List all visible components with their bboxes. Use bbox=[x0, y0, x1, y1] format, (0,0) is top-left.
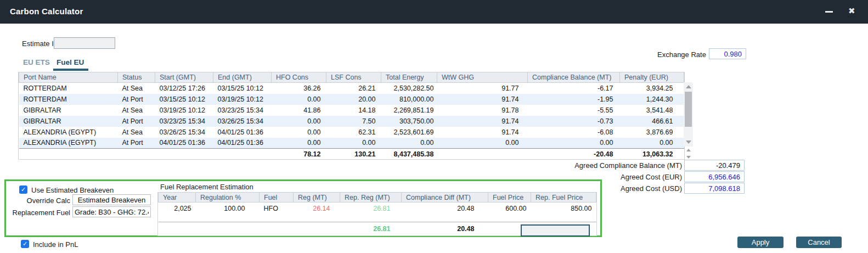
column-header[interactable]: Port Name bbox=[19, 72, 118, 83]
table-cell: 91.74 bbox=[437, 116, 528, 127]
voyage-row[interactable]: ROTTERDAMAt Sea03/12/25 17:2603/15/25 10… bbox=[19, 83, 684, 94]
table-cell: 20.00 bbox=[326, 94, 381, 105]
table-cell: 0.00 bbox=[272, 94, 326, 105]
scroll-down-icon[interactable] bbox=[684, 138, 693, 147]
table-cell: 03/19/25 10:12 bbox=[213, 94, 272, 105]
table-cell: 0.00 bbox=[437, 138, 528, 149]
table-cell: 600.00 bbox=[488, 203, 531, 215]
column-header[interactable]: Compliance Balance (MT) bbox=[528, 72, 620, 83]
table-cell: 04/01/25 01:36 bbox=[155, 138, 213, 149]
table-cell: 26.21 bbox=[326, 83, 381, 94]
voyage-row[interactable]: ALEXANDRIA (EGYPT)At Sea03/26/25 15:3404… bbox=[19, 127, 684, 138]
column-header[interactable]: HFO Cons bbox=[272, 72, 326, 83]
spinner-up-icon[interactable] bbox=[686, 149, 691, 151]
exchange-rate-label: Exchange Rate bbox=[657, 50, 706, 59]
table-cell: 03/15/25 10:12 bbox=[213, 83, 272, 94]
table-cell: 0.00 bbox=[528, 138, 620, 149]
override-calc-label: Override Calc bbox=[15, 196, 70, 205]
table-cell: 26.81 bbox=[340, 203, 402, 215]
totals-spinner[interactable] bbox=[684, 149, 692, 159]
table-cell bbox=[196, 222, 260, 235]
table-cell bbox=[19, 149, 118, 160]
column-header[interactable]: Start (GMT) bbox=[155, 72, 213, 83]
voyage-table: Port NameStatusStart (GMT)End (GMT)HFO C… bbox=[18, 72, 685, 160]
column-header[interactable]: Penalty (EUR) bbox=[620, 72, 684, 83]
voyage-row[interactable]: GIBRALTARAt Sea03/19/25 10:1203/23/25 15… bbox=[19, 105, 684, 116]
table-cell: HFO bbox=[260, 203, 294, 215]
close-icon[interactable]: ✖ bbox=[848, 6, 855, 16]
table-cell: -1.95 bbox=[528, 94, 620, 105]
voyage-totals[interactable]: 78.12130.218,437,485.38-20.4813,063.32 bbox=[19, 149, 684, 160]
column-header[interactable]: Compliance Diff (MT) bbox=[402, 193, 488, 203]
rep-fuel-price-total-cell[interactable] bbox=[521, 224, 590, 237]
table-cell: 0.00 bbox=[620, 138, 684, 149]
table-cell bbox=[294, 222, 340, 235]
table-scrollbar[interactable] bbox=[684, 82, 693, 147]
column-header[interactable]: Reg (MT) bbox=[294, 193, 340, 203]
minimize-icon[interactable] bbox=[825, 11, 833, 13]
column-header[interactable]: Regulation % bbox=[196, 193, 260, 203]
tab-eu-ets[interactable]: EU ETS bbox=[23, 58, 50, 66]
table-cell: 04/01/25 01:36 bbox=[213, 127, 272, 138]
table-cell: 91.78 bbox=[437, 105, 528, 116]
table-cell: 2,523,601.69 bbox=[381, 127, 437, 138]
table-cell: 26.81 bbox=[340, 222, 402, 235]
table-cell: 3,876.69 bbox=[620, 127, 684, 138]
column-header[interactable]: Rep. Fuel Price bbox=[531, 193, 596, 203]
voyage-totals-row: 78.12130.218,437,485.38-20.4813,063.32 bbox=[19, 149, 684, 160]
table-cell: At Sea bbox=[118, 83, 155, 94]
table-cell bbox=[213, 149, 272, 160]
table-cell: ALEXANDRIA (EGYPT) bbox=[19, 138, 118, 149]
apply-button[interactable]: Apply bbox=[737, 237, 784, 248]
fuel-table-spacer bbox=[159, 215, 596, 222]
column-header[interactable]: Fuel Price bbox=[488, 193, 531, 203]
column-header[interactable]: LSF Cons bbox=[326, 72, 381, 83]
use-estimated-breakeven-checkbox[interactable]: ✓ bbox=[19, 185, 27, 194]
table-cell: -5.55 bbox=[528, 105, 620, 116]
agreed-cost-eur-input[interactable] bbox=[684, 171, 745, 182]
column-header[interactable]: Year bbox=[159, 193, 196, 203]
include-in-pnl-checkbox[interactable]: ✓ bbox=[21, 240, 29, 248]
estimate-id-input[interactable] bbox=[54, 37, 115, 49]
table-cell: 0.00 bbox=[272, 116, 326, 127]
tab-fuel-eu[interactable]: Fuel EU bbox=[57, 58, 84, 66]
spinner-down-icon[interactable] bbox=[686, 156, 691, 159]
table-cell: 62.31 bbox=[326, 127, 381, 138]
column-header[interactable]: Rep. Reg (MT) bbox=[340, 193, 402, 203]
table-cell: -6.08 bbox=[528, 127, 620, 138]
table-cell: 91.74 bbox=[437, 94, 528, 105]
table-cell: At Sea bbox=[118, 105, 155, 116]
table-cell: 26.14 bbox=[294, 203, 340, 215]
table-cell: 0.00 bbox=[272, 127, 326, 138]
table-cell: 1,244.30 bbox=[620, 94, 684, 105]
agreed-compliance-balance-input[interactable] bbox=[684, 160, 745, 171]
table-cell: -0.73 bbox=[528, 116, 620, 127]
table-cell: 03/26/25 15:34 bbox=[155, 127, 213, 138]
column-header[interactable]: Total Energy bbox=[381, 72, 437, 83]
voyage-row[interactable]: ALEXANDRIA (EGYPT)At Port04/01/25 01:360… bbox=[19, 138, 684, 149]
table-cell: 7.50 bbox=[326, 116, 381, 127]
column-header[interactable]: WtW GHG bbox=[437, 72, 528, 83]
voyage-row[interactable]: GIBRALTARAt Port03/23/25 15:3403/26/25 1… bbox=[19, 116, 684, 127]
column-header[interactable]: Status bbox=[118, 72, 155, 83]
override-calc-input[interactable] bbox=[72, 194, 151, 205]
cancel-button[interactable]: Cancel bbox=[796, 237, 842, 248]
table-cell: 8,437,485.38 bbox=[381, 149, 437, 160]
table-cell: 0.00 bbox=[272, 138, 326, 149]
table-cell: 78.12 bbox=[272, 149, 326, 160]
exchange-rate-input[interactable] bbox=[709, 48, 746, 59]
table-cell: -20.48 bbox=[528, 149, 620, 160]
table-cell: 36.26 bbox=[272, 83, 326, 94]
voyage-row[interactable]: ROTTERDAMAt Port03/15/25 10:1203/19/25 1… bbox=[19, 94, 684, 105]
table-cell: 3,541.48 bbox=[620, 105, 684, 116]
table-cell: At Port bbox=[118, 116, 155, 127]
fuel-row[interactable]: 2,025100.00HFO26.1426.8120.48600.00850.0… bbox=[159, 203, 596, 215]
table-cell: -6.17 bbox=[528, 83, 620, 94]
scroll-up-icon[interactable] bbox=[684, 82, 693, 91]
table-cell: ROTTERDAM bbox=[19, 94, 118, 105]
column-header[interactable]: End (GMT) bbox=[213, 72, 272, 83]
column-header[interactable]: Fuel bbox=[260, 193, 294, 203]
agreed-cost-usd-input[interactable] bbox=[684, 183, 745, 194]
replacement-fuel-input[interactable] bbox=[72, 206, 151, 217]
scrollbar-thumb[interactable] bbox=[685, 92, 692, 127]
